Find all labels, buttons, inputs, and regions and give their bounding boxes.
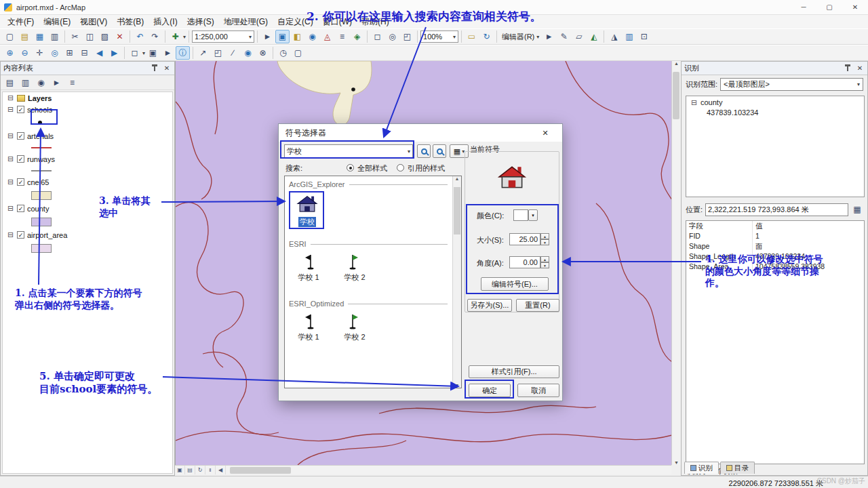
symbol-item-school1-optimized[interactable]: 学校 1 [293, 312, 324, 342]
viewer-window-icon[interactable]: ◻ [370, 30, 384, 43]
layer-checkbox[interactable]: ✓ [17, 155, 24, 163]
select-elements-icon[interactable]: ► [260, 30, 275, 43]
attr-row-value[interactable]: 437839.103234 [753, 251, 864, 262]
layer-checkbox[interactable]: ✓ [17, 106, 24, 113]
toc-layer-schools[interactable]: ⊟ ✓ schools [3, 104, 172, 115]
symbol-item-school-selected[interactable]: 学校 [292, 194, 323, 227]
data-view-icon[interactable]: ▣ [175, 466, 185, 474]
back-extent-icon[interactable]: ◀ [92, 46, 106, 60]
forward-extent-icon[interactable]: ▶ [107, 46, 121, 60]
pan-icon[interactable]: ✛ [33, 46, 47, 60]
menu-help[interactable]: 帮助(H) [357, 15, 394, 29]
spin-down-icon[interactable]: ▼ [540, 239, 549, 245]
new-document-icon[interactable]: ▢ [3, 30, 17, 43]
runways-line-symbol[interactable] [31, 170, 52, 171]
cancel-button[interactable]: 取消 [517, 384, 559, 397]
reset-button[interactable]: 重置(R) [516, 299, 559, 312]
refresh-map-icon[interactable]: ↻ [195, 466, 205, 474]
spin-down-icon[interactable]: ▼ [540, 262, 549, 268]
identify-close-icon[interactable]: ✕ [855, 64, 865, 72]
go-to-xy-icon[interactable]: ⊗ [256, 46, 270, 60]
maximize-button[interactable]: ▢ [816, 0, 842, 15]
spin-up-icon[interactable]: ▲ [540, 256, 549, 262]
map-horizontal-scrollbar[interactable]: ▣ ▤ ↻ ‖ ◀ [175, 465, 671, 474]
spin-up-icon[interactable]: ▲ [540, 233, 549, 239]
cut-icon[interactable]: ✂ [68, 30, 82, 43]
identify-results-tree[interactable]: ⊟ county 437839.103234 [686, 96, 865, 197]
menu-insert[interactable]: 插入(I) [149, 15, 182, 29]
runways-symbol-row[interactable] [3, 165, 172, 176]
add-data-icon[interactable]: ✚ [168, 30, 182, 43]
search-go-button[interactable] [417, 144, 431, 158]
toc-layer-arterials[interactable]: ⊟ ✓ arterials [3, 130, 172, 142]
select-features-icon[interactable]: ◻ [127, 46, 142, 60]
horizontal-scroll-thumb[interactable] [230, 467, 291, 474]
tab-identify[interactable]: 识别 [684, 462, 719, 474]
map-vertical-scrollbar[interactable]: ▲ ▼ [671, 61, 681, 465]
menu-edit[interactable]: 编辑(E) [39, 15, 75, 29]
identify-location-field[interactable]: 2,322,221.519 723,993.864 米 [705, 203, 848, 216]
county-symbol-row[interactable] [3, 214, 172, 229]
attributes-icon[interactable]: ▥ [622, 30, 636, 43]
size-input[interactable]: 25.00 [509, 233, 540, 245]
select-elements-tool-icon[interactable]: ► [161, 46, 175, 60]
toc-layer-county[interactable]: ⊟ ✓ county [3, 203, 172, 214]
ok-button[interactable]: 确定 [469, 384, 511, 397]
expander-icon[interactable]: ⊟ [7, 132, 14, 140]
open-folder-icon[interactable]: ▤ [18, 30, 32, 43]
sketch-tool-icon[interactable]: ✎ [557, 30, 571, 43]
find-icon[interactable]: ◉ [241, 46, 255, 60]
attr-row-field[interactable]: Shape_Area [686, 262, 753, 272]
angle-input[interactable]: 0.00 [509, 256, 540, 268]
time-slider-icon[interactable]: ◷ [276, 46, 290, 60]
airport-area-fill-symbol[interactable] [31, 244, 52, 253]
more-tools-icon[interactable]: ⊡ [637, 30, 651, 43]
redo-icon[interactable]: ↷ [148, 30, 162, 43]
expander-icon[interactable]: ⊟ [7, 106, 14, 113]
size-spinner[interactable]: ▲▼ [540, 233, 549, 245]
radio-all-styles[interactable] [347, 164, 354, 171]
pause-drawing-icon[interactable]: ‖ [205, 466, 216, 474]
expander-icon[interactable]: ⊟ [7, 94, 14, 102]
clear-selection-icon[interactable]: ▣ [146, 46, 160, 60]
menu-file[interactable]: 文件(F) [3, 15, 39, 29]
undo-icon[interactable]: ↶ [133, 30, 147, 43]
pin-icon[interactable] [151, 64, 158, 72]
symbol-item-school2-esri[interactable]: 学校 2 [339, 252, 370, 283]
color-swatch[interactable] [513, 209, 528, 221]
arterials-line-symbol[interactable] [31, 147, 52, 148]
measure-icon[interactable]: ∕ [226, 46, 240, 60]
layer-checkbox[interactable]: ✓ [17, 205, 24, 212]
fixed-zoom-in-icon[interactable]: ⊞ [62, 46, 77, 60]
save-as-button[interactable]: 另存为(S)... [467, 299, 512, 312]
menu-geoprocessing[interactable]: 地理处理(G) [219, 15, 273, 29]
edit-arrow-icon[interactable]: ► [542, 30, 556, 43]
layer-checkbox[interactable]: ✓ [17, 132, 24, 140]
menu-window[interactable]: 窗口(W) [318, 15, 357, 29]
magnifier-window-icon[interactable]: ◎ [385, 30, 399, 43]
style-references-button[interactable]: 样式引用(F)... [469, 365, 559, 378]
list-by-drawing-order-icon[interactable]: ▤ [3, 76, 17, 89]
vertical-scroll-thumb[interactable] [673, 72, 679, 119]
symbol-item-school2-optimized[interactable]: 学校 2 [339, 312, 370, 342]
scroll-down-icon[interactable]: ▼ [455, 383, 460, 388]
create-features-icon[interactable]: ◭ [587, 30, 601, 43]
expander-icon[interactable]: ⊟ [7, 155, 14, 163]
python-window-icon[interactable]: ≡ [335, 30, 349, 43]
toc-layer-airport-area[interactable]: ⊟ ✓ airport_area [3, 229, 172, 241]
scroll-left-icon[interactable]: ◀ [216, 466, 226, 474]
schools-symbol-row[interactable] [3, 115, 172, 130]
tab-catalog[interactable]: 目录 [720, 462, 755, 474]
symbol-list[interactable]: ArcGIS_Explorer 学校 ESRI [284, 176, 462, 388]
zoom-in-icon[interactable]: ⊕ [3, 46, 17, 60]
full-extent-icon[interactable]: ◎ [47, 46, 62, 60]
identify-scope-combo[interactable]: <最顶部图层> ▾ [720, 78, 863, 91]
arterials-symbol-row[interactable] [3, 142, 172, 153]
add-data-dropdown-icon[interactable]: ▾ [183, 34, 186, 40]
catalog-window-icon[interactable]: ◧ [290, 30, 304, 43]
identify-tree-child[interactable]: 437839.103234 [686, 108, 864, 117]
angle-spinner[interactable]: ▲▼ [540, 256, 549, 268]
overview-window-icon[interactable]: ◰ [400, 30, 414, 43]
delete-icon[interactable]: ✕ [113, 30, 127, 43]
print-icon[interactable]: ▥ [47, 30, 62, 43]
